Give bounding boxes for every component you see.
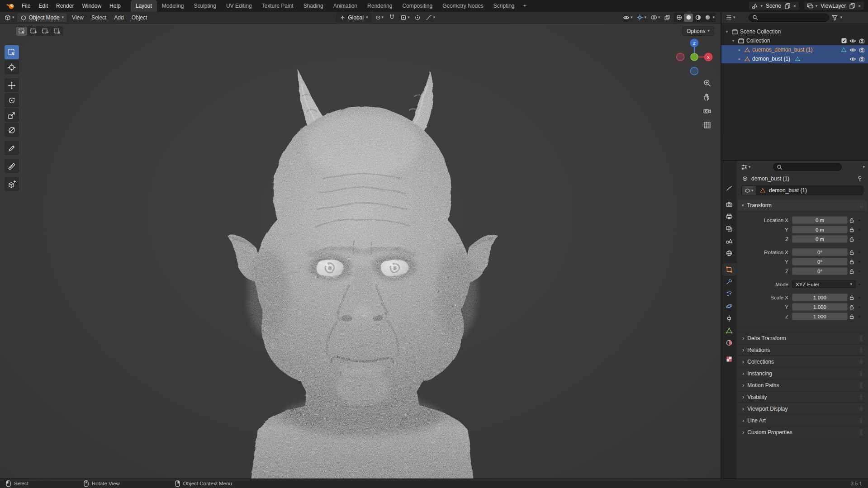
panel-visibility[interactable]: ›Visibility⣿ (738, 391, 867, 403)
filter-funnel-icon[interactable] (831, 14, 838, 21)
transform-panel-header[interactable]: ▾ Transform ⣿ (738, 200, 867, 211)
editor-type-button[interactable]: ▾ (3, 13, 15, 22)
zoom-icon[interactable] (703, 79, 711, 87)
gizmo-y-axis[interactable] (691, 53, 698, 61)
pan-hand-icon[interactable] (703, 93, 711, 101)
lock-icon[interactable] (848, 269, 856, 274)
panel-collections[interactable]: ›Collections⣿ (738, 355, 867, 367)
viewlayer-selector[interactable]: ▾ ViewLayer × (804, 1, 864, 10)
menu-help[interactable]: Help (105, 0, 125, 11)
tab-scene[interactable] (722, 235, 736, 247)
tab-physics[interactable] (722, 300, 736, 312)
viewport-3d[interactable]: Options ▾ (0, 24, 721, 479)
animate-decorator[interactable]: ● (856, 260, 863, 264)
hide-eye-icon[interactable] (849, 47, 856, 52)
shading-rendered-button[interactable] (703, 14, 712, 22)
visibility-dropdown[interactable]: ▾ (622, 14, 634, 21)
unlink-scene-icon[interactable]: × (792, 4, 797, 9)
lock-icon[interactable] (848, 259, 856, 265)
panel-motion-paths[interactable]: ›Motion Paths⣿ (738, 379, 867, 391)
workspace-tab-animation[interactable]: Animation (328, 0, 362, 12)
drag-handle-icon[interactable]: ⣿ (859, 383, 863, 388)
blender-logo-icon[interactable] (4, 3, 17, 9)
proportional-editing-toggle[interactable] (413, 14, 422, 22)
lock-icon[interactable] (848, 314, 856, 319)
menu-render[interactable]: Render (52, 0, 78, 11)
remove-viewlayer-icon[interactable]: × (857, 4, 862, 9)
new-viewlayer-icon[interactable] (849, 3, 855, 9)
exclude-checkbox-icon[interactable] (841, 38, 847, 43)
workspace-tab-geometry-nodes[interactable]: Geometry Nodes (437, 0, 489, 12)
drag-handle-icon[interactable]: ⣿ (860, 203, 863, 208)
render-camera-icon[interactable] (859, 56, 865, 62)
pin-icon[interactable] (857, 175, 863, 182)
workspace-tab-uv-editing[interactable]: UV Editing (221, 0, 257, 12)
disclosure-icon[interactable]: ▸ (737, 57, 742, 61)
scale-x-field[interactable]: 1.000 (792, 294, 848, 301)
tab-world[interactable] (722, 247, 736, 259)
outliner-editor-type-button[interactable]: ▾ (725, 13, 736, 22)
menu-edit[interactable]: Edit (34, 0, 52, 11)
location-x-field[interactable]: 0 m (792, 216, 848, 224)
viewlayer-name[interactable]: ViewLayer (819, 3, 847, 9)
outliner-row-cuernos[interactable]: ▸ cuernos_demon_bust (1) (721, 45, 868, 54)
tab-modifiers[interactable] (722, 275, 736, 288)
animate-decorator[interactable]: ● (856, 250, 863, 254)
animate-decorator[interactable]: ● (856, 282, 863, 286)
snap-settings-dropdown[interactable]: ▾ (399, 14, 411, 22)
new-scene-icon[interactable] (784, 3, 791, 9)
tool-cursor[interactable] (5, 60, 19, 74)
tool-annotate[interactable] (5, 141, 19, 155)
drag-handle-icon[interactable]: ⣿ (859, 359, 863, 364)
lock-icon[interactable] (848, 250, 856, 255)
gizmo-x-negative[interactable] (677, 53, 684, 61)
panel-custom-properties[interactable]: ›Custom Properties⣿ (738, 426, 867, 438)
drag-handle-icon[interactable]: ⣿ (859, 371, 863, 376)
outliner-row-demon-bust[interactable]: ▸ demon_bust (1) (721, 54, 868, 63)
menu-object[interactable]: Object (128, 12, 151, 23)
tab-constraints[interactable] (722, 312, 736, 324)
tool-scale[interactable] (5, 108, 19, 122)
tab-tool[interactable] (722, 182, 736, 194)
tab-particles[interactable] (722, 288, 736, 300)
drag-handle-icon[interactable]: ⣿ (859, 394, 863, 399)
tool-transform[interactable] (5, 123, 19, 137)
render-camera-icon[interactable] (859, 47, 865, 53)
tab-texture[interactable] (722, 353, 736, 365)
overlays-dropdown[interactable]: ▾ (650, 14, 661, 21)
tab-output[interactable] (722, 210, 736, 223)
drag-handle-icon[interactable]: ⣿ (859, 406, 863, 411)
workspace-tab-scripting[interactable]: Scripting (489, 0, 520, 12)
mode-dropdown[interactable]: Object Mode ▾ (17, 13, 68, 22)
shading-solid-button[interactable] (684, 14, 693, 22)
select-intersect-button[interactable] (51, 27, 62, 36)
panel-delta-transform[interactable]: ›Delta Transform⣿ (738, 332, 867, 344)
rotation-x-field[interactable]: 0° (792, 248, 848, 256)
tab-object-data[interactable] (722, 324, 736, 336)
animate-decorator[interactable]: ● (856, 269, 863, 273)
tool-measure[interactable] (5, 159, 19, 173)
location-y-field[interactable]: 0 m (792, 226, 848, 233)
outliner-label[interactable]: cuernos_demon_bust (1) (752, 47, 812, 53)
workspace-tab-compositing[interactable]: Compositing (397, 0, 437, 12)
outliner-search-input[interactable] (749, 14, 829, 22)
pivot-point-dropdown[interactable]: ⊙ ▾ (375, 13, 384, 22)
lock-icon[interactable] (848, 218, 856, 223)
shading-wireframe-button[interactable] (674, 14, 683, 22)
rotation-z-field[interactable]: 0° (792, 267, 848, 275)
tool-select-box[interactable] (5, 45, 19, 59)
lock-icon[interactable] (848, 237, 856, 242)
animate-decorator[interactable]: ● (856, 237, 863, 241)
scene-name[interactable]: Scene (764, 3, 783, 9)
tab-material[interactable] (722, 336, 736, 349)
transform-orientation-dropdown[interactable]: Global ▾ (336, 13, 371, 22)
outliner-row-scene-collection[interactable]: ▾ Scene Collection (721, 27, 868, 36)
hide-eye-icon[interactable] (849, 57, 856, 62)
lock-icon[interactable] (848, 304, 856, 310)
gizmos-dropdown[interactable]: ▾ (636, 13, 647, 22)
drag-handle-icon[interactable]: ⣿ (859, 336, 863, 341)
outliner-row-collection[interactable]: ▾ Collection (721, 36, 868, 45)
menu-window[interactable]: Window (78, 0, 105, 11)
gizmo-z-negative[interactable] (691, 67, 698, 75)
demon-bust-model[interactable] (199, 56, 520, 479)
